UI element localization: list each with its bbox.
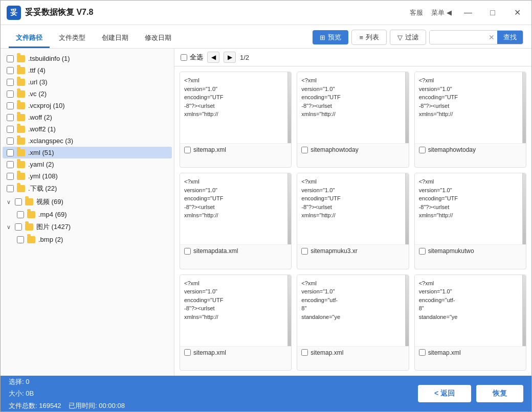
back-button[interactable]: < 返回	[418, 385, 471, 402]
preview-card-8[interactable]: <?xml version="1.0" encoding="utf- 8" st…	[414, 274, 526, 371]
tab-file-path[interactable]: 文件路径	[9, 29, 50, 48]
preview-card-content-3: <?xml version="1.0" encoding="UTF -8"?><…	[180, 173, 291, 245]
card-checkbox-0[interactable]	[184, 147, 191, 153]
search-box: ✕ 查找	[429, 30, 523, 44]
preview-card-content-1: <?xml version="1.0" encoding="UTF -8"?><…	[297, 72, 408, 144]
preview-card-3[interactable]: <?xml version="1.0" encoding="UTF -8"?><…	[180, 173, 292, 269]
sidebar-label-1: .ttf (4)	[28, 66, 46, 74]
expand-arrow-12[interactable]: ∨	[7, 199, 11, 205]
sidebar-item-0[interactable]: .tsbuildinfo (1)	[3, 53, 172, 64]
search-clear-button[interactable]: ✕	[486, 33, 497, 41]
preview-card-content-6: <?xml version="1.0" encoding="UTF -8"?><…	[180, 275, 291, 347]
title-bar: 妥 妥妥数据恢复 V7.8 客服 菜单 ◀ — □ ✕	[1, 1, 531, 25]
sidebar-label-8: .xml (51)	[28, 149, 54, 156]
menu-button[interactable]: 菜单 ◀	[431, 8, 452, 17]
card-checkbox-1[interactable]	[301, 147, 308, 153]
card-checkbox-2[interactable]	[419, 147, 426, 153]
sidebar-label-15: .bmp (2)	[38, 236, 63, 243]
sidebar-item-12[interactable]: ∨ 视频 (69)	[3, 195, 172, 209]
nav-next-button[interactable]: ▶	[224, 52, 236, 63]
preview-card-7[interactable]: <?xml version="1.0" encoding="utf- 8" st…	[297, 274, 409, 371]
filter-button[interactable]: ▽ 过滤	[390, 30, 426, 45]
card-checkbox-8[interactable]	[419, 349, 426, 356]
sidebar-checkbox-6[interactable]	[7, 126, 14, 133]
sidebar-checkbox-8[interactable]	[7, 149, 14, 156]
sidebar-item-10[interactable]: .yml (108)	[3, 170, 172, 182]
sidebar-checkbox-1[interactable]	[7, 67, 14, 74]
sidebar-item-2[interactable]: .url (3)	[3, 76, 172, 88]
sidebar-item-5[interactable]: .woff (2)	[3, 111, 172, 123]
sidebar-item-8[interactable]: .xml (51)	[3, 147, 172, 158]
sidebar-label-0: .tsbuildinfo (1)	[28, 55, 70, 62]
preview-card-5[interactable]: <?xml version="1.0" encoding="UTF -8"?><…	[414, 173, 526, 269]
search-input[interactable]	[430, 31, 486, 44]
search-button[interactable]: 查找	[497, 31, 523, 44]
preview-card-label-0: sitemap.xml	[180, 144, 291, 156]
card-checkbox-3[interactable]	[184, 248, 191, 255]
preview-card-4[interactable]: <?xml version="1.0" encoding="UTF -8"?><…	[297, 173, 409, 269]
preview-card-6[interactable]: <?xml version="1.0" encoding="UTF -8"?><…	[180, 274, 292, 371]
sidebar-checkbox-11[interactable]	[7, 185, 14, 192]
sidebar-checkbox-9[interactable]	[7, 161, 14, 168]
page-indicator: 1/2	[240, 54, 249, 61]
folder-icon-13	[27, 211, 35, 218]
expand-arrow-14[interactable]: ∨	[7, 224, 11, 231]
sidebar-label-12: 视频 (69)	[36, 197, 63, 207]
sidebar-checkbox-4[interactable]	[7, 102, 14, 109]
toolbar-right: ⊞ 预览 ≡ 列表 ▽ 过滤 ✕ 查找	[313, 30, 523, 48]
main-content: .tsbuildinfo (1) .ttf (4) .url (3) .vc (…	[1, 49, 531, 376]
folder-icon-1	[17, 67, 25, 74]
preview-card-0[interactable]: <?xml version="1.0" encoding="UTF -8"?><…	[180, 72, 292, 168]
sidebar-item-3[interactable]: .vc (2)	[3, 88, 172, 100]
nav-prev-button[interactable]: ◀	[207, 52, 219, 63]
select-all-checkbox[interactable]	[181, 54, 187, 61]
tab-modify-date[interactable]: 修改日期	[138, 29, 179, 48]
sidebar-checkbox-5[interactable]	[7, 114, 14, 121]
preview-card-content-0: <?xml version="1.0" encoding="UTF -8"?><…	[180, 72, 291, 144]
app-title: 妥妥数据恢复 V7.8	[25, 7, 410, 18]
sidebar-checkbox-3[interactable]	[7, 90, 14, 98]
sidebar-item-4[interactable]: .vcxproj (10)	[3, 100, 172, 111]
maximize-button[interactable]: □	[484, 5, 501, 21]
preview-card-2[interactable]: <?xml version="1.0" encoding="UTF -8"?><…	[414, 72, 526, 168]
sidebar-checkbox-13[interactable]	[17, 211, 24, 218]
sidebar-checkbox-15[interactable]	[17, 236, 24, 243]
preview-button[interactable]: ⊞ 预览	[313, 30, 348, 44]
folder-icon-10	[17, 173, 25, 180]
sidebar-checkbox-2[interactable]	[7, 79, 14, 86]
sidebar-item-1[interactable]: .ttf (4)	[3, 64, 172, 76]
sidebar-item-6[interactable]: .woff2 (1)	[3, 123, 172, 135]
sidebar-checkbox-14[interactable]	[15, 223, 22, 231]
folder-icon-8	[17, 149, 25, 156]
status-size: 大小: 0B	[9, 387, 418, 399]
list-button[interactable]: ≡ 列表	[351, 30, 387, 45]
sidebar-item-15[interactable]: .bmp (2)	[3, 234, 172, 245]
sidebar-item-7[interactable]: .xclangspec (3)	[3, 135, 172, 147]
restore-button[interactable]: 恢复	[476, 385, 523, 402]
preview-card-label-1: sitemaphowtoday	[297, 144, 408, 156]
status-bar: 选择: 0 大小: 0B 文件总数: 169542 已用时间: 00:00:08…	[1, 376, 531, 411]
card-checkbox-6[interactable]	[184, 349, 191, 356]
card-checkbox-7[interactable]	[301, 349, 308, 356]
preview-card-content-8: <?xml version="1.0" encoding="utf- 8" st…	[415, 275, 526, 347]
sidebar-checkbox-0[interactable]	[7, 55, 14, 62]
tab-file-type[interactable]: 文件类型	[52, 29, 93, 48]
sidebar-item-9[interactable]: .yaml (2)	[3, 158, 172, 170]
close-button[interactable]: ✕	[509, 5, 525, 21]
sidebar-item-13[interactable]: .mp4 (69)	[3, 209, 172, 220]
folder-icon-9	[17, 161, 25, 168]
sidebar-checkbox-7[interactable]	[7, 138, 14, 145]
customer-service-link[interactable]: 客服	[410, 8, 423, 17]
preview-card-1[interactable]: <?xml version="1.0" encoding="UTF -8"?><…	[297, 72, 409, 168]
sidebar-checkbox-10[interactable]	[7, 173, 14, 180]
sidebar-item-11[interactable]: .下载 (22)	[3, 182, 172, 195]
tab-create-date[interactable]: 创建日期	[95, 29, 136, 48]
card-checkbox-4[interactable]	[301, 248, 308, 255]
toolbar: 文件路径 文件类型 创建日期 修改日期 ⊞ 预览 ≡ 列表 ▽ 过滤	[1, 25, 531, 49]
select-all-label[interactable]: 全选	[181, 53, 203, 62]
minimize-button[interactable]: —	[460, 5, 476, 21]
sidebar-checkbox-12[interactable]	[15, 198, 22, 205]
card-checkbox-5[interactable]	[419, 248, 426, 255]
sidebar-item-14[interactable]: ∨ 图片 (1427)	[3, 220, 172, 234]
folder-icon-12	[25, 198, 33, 205]
